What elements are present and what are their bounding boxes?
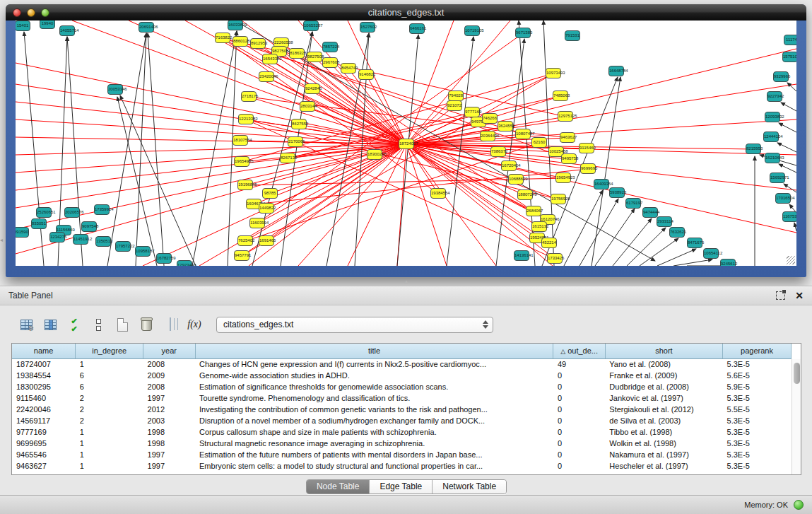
tab-edge-table[interactable]: Edge Table	[370, 480, 433, 493]
table-settings-icon[interactable]: ⚙	[16, 315, 37, 334]
network-node[interactable]: 20206576	[64, 207, 80, 218]
table-row[interactable]: 969969511998Structural magnetic resonanc…	[12, 438, 792, 449]
network-node[interactable]: 1234275	[49, 232, 65, 243]
network-node[interactable]: 7625402	[237, 235, 253, 246]
table-scrollbar[interactable]	[792, 359, 801, 474]
network-node[interactable]: 391590	[16, 227, 29, 238]
table-row[interactable]: 1830029562008Estimation of significance …	[12, 381, 792, 392]
network-node[interactable]: 9242845	[305, 83, 320, 94]
panel-collapse-handle[interactable]: ◂	[0, 237, 3, 243]
network-node[interactable]: 452214	[541, 238, 557, 248]
network-node[interactable]: 16033809	[228, 21, 243, 30]
network-node[interactable]: 9827508	[307, 52, 322, 62]
tab-node-table[interactable]: Node Table	[307, 480, 370, 493]
network-node[interactable]: 12444154	[763, 132, 779, 142]
network-node[interactable]: 9245612	[720, 259, 736, 266]
network-node[interactable]: 2803144	[300, 101, 315, 112]
column-header-out_de[interactable]: △out_de...	[553, 344, 605, 358]
network-node[interactable]: 9146821	[358, 69, 374, 80]
table-row[interactable]: 911546021997Tourette syndrome. Phenomeno…	[12, 392, 792, 404]
network-node[interactable]: 8427552	[291, 119, 307, 129]
network-node[interactable]: 9329966	[773, 71, 789, 82]
network-node[interactable]: 1691465	[259, 235, 274, 246]
network-node[interactable]: 16648784	[608, 66, 624, 76]
float-window-icon[interactable]	[776, 291, 785, 300]
network-node[interactable]: 17957222	[115, 241, 131, 252]
network-node[interactable]: 2684067	[526, 206, 541, 216]
network-node[interactable]: 12923448	[177, 260, 192, 266]
network-node[interactable]: 746266	[482, 113, 498, 124]
table-row[interactable]: 946554611997Estimation of the future num…	[12, 449, 792, 460]
network-node[interactable]: 16543382	[262, 54, 278, 64]
network-node[interactable]: 19384554	[430, 188, 446, 199]
network-node[interactable]: 20691406	[139, 22, 154, 33]
network-node[interactable]: 17359924	[94, 204, 110, 215]
network-node[interactable]: 17016504	[775, 193, 791, 204]
network-node[interactable]: 9671385	[515, 28, 531, 38]
delete-column-icon[interactable]	[136, 315, 157, 334]
column-header-name[interactable]: name	[12, 344, 76, 358]
network-node[interactable]: 7857224	[322, 42, 338, 52]
network-node[interactable]: 10958187	[135, 246, 151, 257]
network-node[interactable]: 11603994	[249, 218, 265, 228]
network-node[interactable]: 8186328	[289, 48, 305, 59]
network-window[interactable]: citations_edges.txt 18724007716382288601…	[6, 4, 806, 277]
network-node[interactable]: 1615132	[531, 221, 547, 232]
network-node[interactable]: 3624554	[498, 121, 513, 132]
zoom-window-icon[interactable]	[41, 8, 49, 17]
column-header-short[interactable]: short	[605, 344, 722, 358]
network-node[interactable]: 835051	[31, 218, 47, 229]
network-node[interactable]: 16782759	[156, 253, 172, 264]
network-node[interactable]: 8860128	[233, 36, 248, 47]
network-node[interactable]: 8267130	[280, 153, 295, 163]
network-node[interactable]: 9699695	[580, 163, 596, 174]
close-panel-icon[interactable]: ✕	[795, 291, 804, 300]
network-node[interactable]: 10719105	[464, 25, 480, 36]
network-node[interactable]: 12975125	[558, 111, 573, 122]
network-node[interactable]: 19756928	[551, 194, 566, 204]
table-row[interactable]: 1938455462009Genome-wide association stu…	[12, 370, 792, 381]
close-window-icon[interactable]	[13, 8, 21, 17]
table-row[interactable]: 1456911722003Disruption of a novel membe…	[12, 415, 792, 426]
network-node[interactable]: 2967608	[322, 57, 338, 68]
network-node[interactable]: 1527602	[360, 22, 375, 33]
network-node[interactable]: 98785	[262, 188, 278, 199]
network-node[interactable]: 62160	[531, 137, 547, 148]
network-node[interactable]: 2170066	[288, 136, 303, 147]
network-node[interactable]: 1167533	[782, 211, 796, 222]
divider-handle[interactable]: ▴	[401, 279, 411, 285]
select-all-icon[interactable]: ✔✔	[64, 315, 85, 334]
network-node[interactable]: 8471676	[687, 238, 702, 248]
table-scrollbar-thumb[interactable]	[794, 363, 800, 384]
network-node[interactable]: 10973493	[546, 68, 561, 78]
network-node[interactable]: 5938923	[609, 187, 625, 198]
network-node[interactable]: 9495758	[561, 153, 577, 164]
network-node[interactable]: 19654985	[234, 156, 249, 167]
network-node[interactable]: 11174	[784, 35, 796, 45]
network-node[interactable]: 20053346	[107, 84, 123, 95]
network-node[interactable]: 16720404	[501, 160, 517, 171]
table-selector-dropdown[interactable]: citations_edges.txt	[216, 317, 493, 333]
minimize-window-icon[interactable]	[27, 8, 35, 17]
network-node[interactable]: 9474444	[642, 207, 658, 218]
network-node[interactable]: 7163822	[215, 33, 230, 43]
network-node[interactable]: 15401	[16, 21, 30, 31]
network-node[interactable]: 18300295	[367, 149, 382, 160]
network-node[interactable]: 10688639	[508, 174, 524, 185]
network-node[interactable]: 25260651	[36, 207, 52, 218]
network-node[interactable]: 6466161	[409, 23, 425, 34]
network-node[interactable]: 23420046	[259, 71, 274, 82]
network-node[interactable]: 791531	[565, 30, 580, 41]
network-node[interactable]: 19196845	[237, 180, 253, 190]
network-node[interactable]: 9457791	[234, 250, 249, 261]
resize-grip-icon[interactable]	[787, 256, 795, 264]
column-header-title[interactable]: title	[195, 344, 553, 358]
column-header-in_degree[interactable]: in_degree	[76, 344, 143, 358]
network-node[interactable]: 9463627	[560, 132, 575, 143]
network-node[interactable]: 15692971	[770, 173, 785, 183]
table-row[interactable]: 977716911998Corpus callosum shape and si…	[12, 426, 792, 438]
network-node[interactable]: 16409354	[594, 179, 609, 189]
network-node[interactable]: 2933114	[657, 216, 672, 227]
window-titlebar[interactable]: citations_edges.txt	[6, 4, 806, 21]
network-node[interactable]: 9115460	[579, 143, 594, 153]
